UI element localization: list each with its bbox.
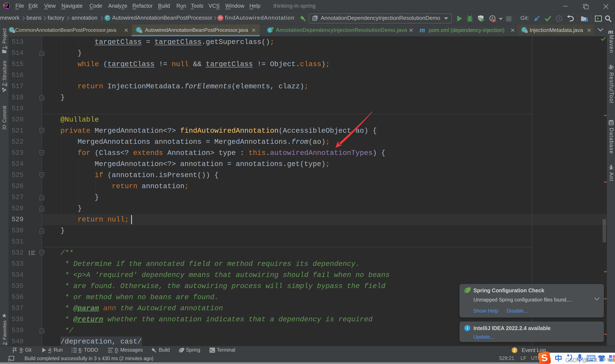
svg-text:C: C — [137, 27, 140, 32]
svg-text:C: C — [522, 27, 525, 32]
svg-text:C: C — [10, 27, 13, 32]
svg-text:IJ: IJ — [5, 4, 8, 6]
svg-text:C: C — [268, 28, 271, 32]
